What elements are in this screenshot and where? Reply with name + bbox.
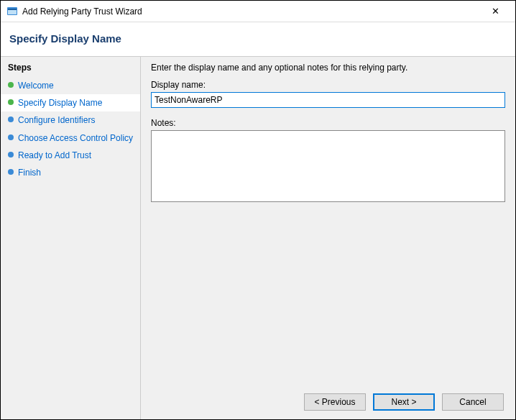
notes-textarea[interactable]	[151, 130, 505, 202]
svg-rect-2	[8, 9, 17, 10]
wizard-window: Add Relying Party Trust Wizard ✕ Specify…	[0, 0, 516, 420]
step-bullet-icon	[8, 169, 14, 175]
step-specify-display-name[interactable]: Specify Display Name	[1, 94, 140, 111]
step-bullet-icon	[8, 117, 14, 122]
display-name-label: Display name:	[151, 80, 505, 90]
close-icon: ✕	[492, 6, 499, 17]
instruction-text: Enter the display name and any optional …	[151, 63, 505, 73]
step-label: Specify Display Name	[18, 97, 102, 109]
main-panel: Enter the display name and any optional …	[141, 57, 515, 419]
titlebar: Add Relying Party Trust Wizard ✕	[1, 1, 515, 22]
step-bullet-icon	[8, 134, 14, 140]
page-header: Specify Display Name	[1, 22, 515, 57]
close-button[interactable]: ✕	[481, 1, 510, 22]
step-welcome[interactable]: Welcome	[1, 77, 140, 94]
step-finish[interactable]: Finish	[1, 164, 140, 181]
button-row: < Previous Next > Cancel	[151, 386, 505, 412]
step-bullet-icon	[8, 82, 14, 88]
display-name-input[interactable]	[151, 92, 505, 108]
step-bullet-icon	[8, 99, 14, 105]
next-button[interactable]: Next >	[373, 393, 435, 411]
previous-button[interactable]: < Previous	[304, 393, 366, 411]
steps-header: Steps	[1, 60, 140, 77]
wizard-body: Steps Welcome Specify Display Name Confi…	[1, 57, 515, 419]
steps-sidebar: Steps Welcome Specify Display Name Confi…	[1, 57, 141, 419]
window-title: Add Relying Party Trust Wizard	[22, 6, 481, 17]
cancel-button[interactable]: Cancel	[442, 393, 504, 411]
app-icon	[6, 6, 18, 17]
step-bullet-icon	[8, 152, 14, 158]
page-title: Specify Display Name	[9, 32, 507, 45]
step-ready-to-add-trust[interactable]: Ready to Add Trust	[1, 147, 140, 164]
step-label: Ready to Add Trust	[18, 150, 91, 161]
step-label: Choose Access Control Policy	[18, 132, 133, 144]
step-label: Configure Identifiers	[18, 114, 95, 126]
step-choose-access-control-policy[interactable]: Choose Access Control Policy	[1, 129, 140, 147]
step-label: Finish	[18, 167, 41, 178]
step-configure-identifiers[interactable]: Configure Identifiers	[1, 111, 140, 129]
notes-label: Notes:	[151, 118, 505, 128]
step-label: Welcome	[18, 80, 54, 91]
